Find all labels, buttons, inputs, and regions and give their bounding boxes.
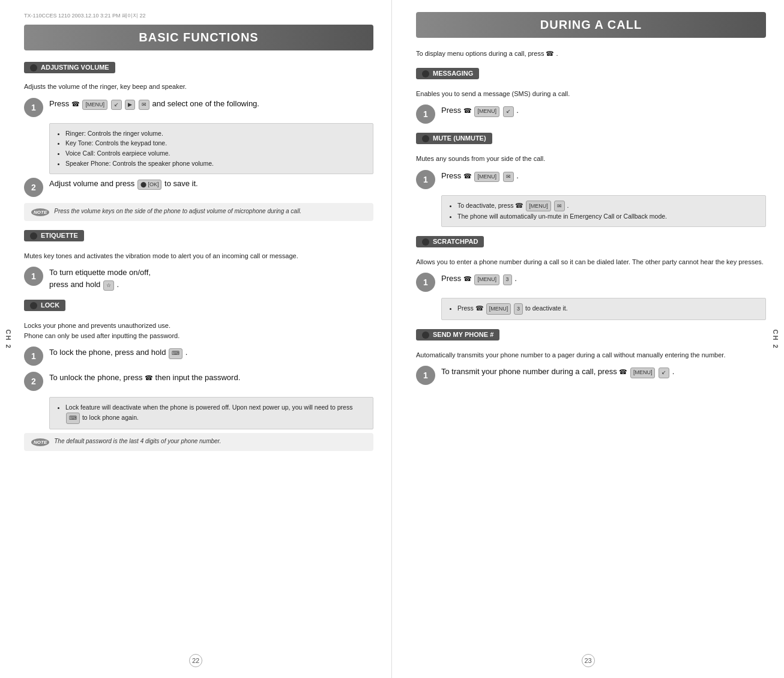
section-divider-mute: MUTE (UNMUTE) [416, 132, 766, 148]
menu-key-mute: [MENU] [474, 172, 499, 183]
step-row-1a: 1 Press ☎ [MENU] ↙ ▶ ✉ and select one of… [24, 98, 373, 117]
step-circle-1b: 1 [24, 267, 43, 286]
section-desc-messaging: Enables you to send a message (SMS) duri… [416, 89, 766, 99]
step-circle-scratch1: 1 [416, 273, 435, 292]
bullet-item-scratch: Press ☎ [MENU] 3 to deactivate it. [457, 303, 758, 314]
menu-key-scratch: [MENU] [474, 274, 499, 285]
right-page: DURING A CALL CH 2 To display menu optio… [392, 0, 784, 678]
ch-label-left: CH 2 [5, 329, 12, 349]
key-mute-d1: [MENU] [526, 201, 551, 211]
step-text-send1: To transmit your phone number during a c… [441, 366, 766, 378]
step-row-mute1: 1 Press ☎ [MENU] ✉ . [416, 170, 766, 189]
note-box-volume: NOTE Press the volume keys on the side o… [24, 203, 373, 221]
section-desc-lock: Locks your phone and prevents unauthoriz… [24, 321, 373, 341]
section-divider-sendphone: SEND MY PHONE # [416, 328, 766, 344]
note-icon-volume: NOTE [31, 208, 49, 216]
phone-icon-scratch: ☎ [463, 274, 472, 284]
bullet-item: Key Tone: Controls the keypad tone. [65, 138, 366, 148]
step-row-2a: 2 Adjust volume and press ⬤ [OK] to save… [24, 178, 373, 197]
left-page-header: BASIC FUNCTIONS [24, 25, 373, 50]
page-num-left: 22 [189, 654, 202, 667]
step-row-2c: 2 To unlock the phone, press ☎ then inpu… [24, 372, 373, 391]
step-circle-2c: 2 [24, 372, 43, 391]
section-title-mute: MUTE (UNMUTE) [416, 133, 492, 144]
key-scratch-d2: 3 [514, 303, 523, 314]
top-bar: TX-110CCES 1210 2003.12.10 3:21 PM 페이지 2… [24, 12, 373, 20]
key-icon-1a2: ▶ [125, 100, 135, 110]
bullet-box-mute: To deactivate, press ☎ [MENU] ✉ . The ph… [441, 195, 766, 227]
bullet-item: Speaker Phone: Controls the speaker phon… [65, 159, 366, 169]
step-circle-1c: 1 [24, 347, 43, 366]
section-messaging: MESSAGING [416, 67, 766, 83]
key-icon-etiquette: ☆ [103, 280, 114, 291]
bullet-box-1a: Ringer: Controls the ringer volume. Key … [49, 123, 373, 174]
phone-icon-intro: ☎ [546, 49, 554, 59]
step-circle-send1: 1 [416, 366, 435, 385]
step-text-mute1: Press ☎ [MENU] ✉ . [441, 170, 766, 183]
step-text-1c: To lock the phone, press and hold ⌨ . [49, 347, 373, 359]
key-msg2: ↙ [503, 106, 514, 117]
menu-key-send: [MENU] [630, 368, 656, 378]
step-circle-2a: 2 [24, 178, 43, 197]
page-num-right: 23 [582, 654, 595, 667]
note-box-lock: NOTE The default password is the last 4 … [24, 433, 373, 451]
key-scratch-d1: [MENU] [486, 303, 511, 314]
key-send2: ↙ [659, 368, 669, 378]
step-row-msg1: 1 Press ☎ [MENU] ↙ . [416, 104, 766, 124]
section-title-lock: LOCK [24, 300, 65, 311]
bullet-item: Voice Call: Controls earpiece volume. [65, 148, 366, 159]
section-title-etiquette: ETIQUETTE [24, 230, 84, 241]
bullet-item-mute2: The phone will automatically un-mute in … [457, 211, 758, 222]
menu-key-1a: [MENU] [82, 100, 107, 110]
note-icon-lock: NOTE [31, 438, 49, 446]
bullet-item-lock: Lock feature will deactivate when the ph… [65, 402, 366, 423]
bullet-box-lock: Lock feature will deactivate when the ph… [49, 397, 373, 429]
phone-icon-msg: ☎ [463, 106, 472, 116]
bullet-box-scratch: Press ☎ [MENU] 3 to deactivate it. [441, 298, 766, 319]
section-divider-lock: LOCK [24, 299, 373, 315]
step-circle-msg1: 1 [416, 104, 435, 124]
section-scratchpad: SCRATCHPAD [416, 235, 766, 251]
key-icon-1a1: ↙ [111, 100, 122, 110]
phone-icon-mute: ☎ [463, 171, 472, 181]
section-lock: LOCK [24, 299, 373, 315]
key-icon-lock2: ⌨ [66, 413, 80, 423]
section-desc-etiquette: Mutes key tones and activates the vibrat… [24, 251, 373, 261]
right-intro: To display menu options during a call, p… [416, 49, 766, 59]
section-title-adjusting-volume: ADJUSTING VOLUME [24, 62, 115, 73]
section-adjusting-volume: ADJUSTING VOLUME [24, 61, 373, 77]
step-row-1c: 1 To lock the phone, press and hold ⌨ . [24, 347, 373, 366]
section-divider-etiquette: ETIQUETTE [24, 229, 373, 245]
bullet-item-mute1: To deactivate, press ☎ [MENU] ✉ . [457, 201, 758, 211]
section-desc-adjusting-volume: Adjusts the volume of the ringer, key be… [24, 82, 373, 92]
section-desc-sendphone: Automatically transmits your phone numbe… [416, 350, 766, 360]
section-title-messaging: MESSAGING [416, 68, 479, 79]
step-text-msg1: Press ☎ [MENU] ↙ . [441, 104, 766, 117]
step-text-scratch1: Press ☎ [MENU] 3 . [441, 273, 766, 285]
step-row-scratch1: 1 Press ☎ [MENU] 3 . [416, 273, 766, 292]
phone-icon-send: ☎ [619, 367, 627, 377]
step-text-2a: Adjust volume and press ⬤ [OK] to save i… [49, 178, 373, 190]
bullet-item: Ringer: Controls the ringer volume. [65, 129, 366, 139]
section-mute: MUTE (UNMUTE) [416, 132, 766, 148]
phone-icon-mute-d: ☎ [515, 201, 523, 211]
phone-icon-1a: ☎ [71, 99, 80, 109]
step-text-2c: To unlock the phone, press ☎ then input … [49, 372, 373, 384]
phone-icon-lock: ☎ [145, 373, 153, 383]
menu-key-msg: [MENU] [474, 106, 499, 117]
note-text-lock: The default password is the last 4 digit… [54, 438, 221, 444]
left-page: TX-110CCES 1210 2003.12.10 3:21 PM 페이지 2… [0, 0, 392, 678]
section-title-scratchpad: SCRATCHPAD [416, 236, 484, 247]
section-sendphone: SEND MY PHONE # [416, 328, 766, 344]
right-page-header: DURING A CALL [416, 12, 766, 38]
step-row-send1: 1 To transmit your phone number during a… [416, 366, 766, 385]
key-scratch2: 3 [503, 274, 512, 285]
section-title-sendphone: SEND MY PHONE # [416, 329, 499, 341]
section-divider-scratchpad: SCRATCHPAD [416, 235, 766, 251]
section-desc-scratchpad: Allows you to enter a phone number durin… [416, 257, 766, 267]
step-text-1b: To turn etiquette mode on/off,press and … [49, 267, 373, 291]
note-text-volume: Press the volume keys on the side of the… [54, 208, 301, 214]
step-circle-mute1: 1 [416, 170, 435, 189]
section-etiquette: ETIQUETTE [24, 229, 373, 245]
ch-label-right: CH 2 [772, 329, 779, 349]
